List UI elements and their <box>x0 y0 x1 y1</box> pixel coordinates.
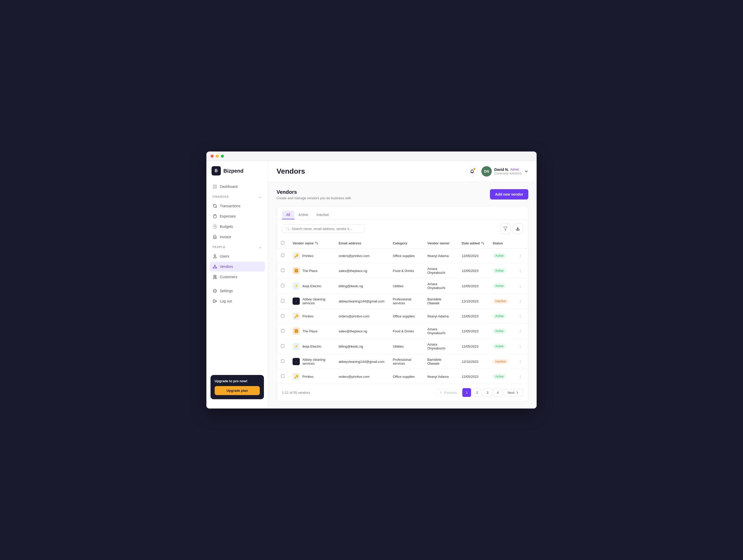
download-button[interactable] <box>513 223 523 234</box>
row-checkbox[interactable] <box>281 269 284 272</box>
maximize-dot[interactable] <box>221 155 224 158</box>
row-category: Food & Drinks <box>389 263 423 278</box>
svg-marker-7 <box>504 227 508 230</box>
upgrade-title: Upgrade to pro now! <box>215 379 260 383</box>
sidebar-item-logout[interactable]: Log out <box>210 296 265 306</box>
tab-bar: All Active Inactive <box>277 207 528 219</box>
sidebar-item-transactions[interactable]: Transactions <box>210 201 265 211</box>
row-more-button[interactable]: ⋮ <box>517 343 524 350</box>
sidebar-item-label: Expenses <box>220 214 235 218</box>
row-more-button[interactable]: ⋮ <box>517 298 524 305</box>
sidebar-item-invoice[interactable]: Invoice <box>210 232 265 242</box>
row-vendor-name: ● Abbey cleaning services <box>289 354 334 369</box>
row-email: orders@printivo.com <box>334 249 389 263</box>
upgrade-plan-button[interactable]: Upgrade plan <box>215 386 260 395</box>
status-badge: Inactive <box>493 299 509 304</box>
row-more-button[interactable]: ⋮ <box>517 312 524 320</box>
row-checkbox[interactable] <box>281 375 284 378</box>
search-box[interactable] <box>282 224 364 233</box>
row-date: 12/05/2023 <box>458 324 489 339</box>
row-more-button[interactable]: ⋮ <box>517 267 524 274</box>
row-checkbox[interactable] <box>281 284 284 287</box>
row-actions: ⋮ <box>513 354 528 369</box>
arrow-left-icon <box>439 391 443 394</box>
row-actions: ⋮ <box>513 263 528 278</box>
filter-button[interactable] <box>500 223 511 234</box>
row-actions: ⋮ <box>513 278 528 294</box>
user-menu[interactable]: DN David N. Admin Covercorp solutions <box>481 166 528 176</box>
row-date: 12/05/2023 <box>458 369 489 384</box>
content-title: Vendors <box>276 189 351 195</box>
row-checkbox[interactable] <box>281 344 284 348</box>
search-input[interactable] <box>292 227 361 231</box>
row-checkbox[interactable] <box>281 314 284 317</box>
table-header: Vendor name Email address Category Vendo… <box>277 238 528 249</box>
filter-icon <box>503 226 508 231</box>
vendor-name-text: Abbey cleaning services <box>302 358 330 365</box>
vendors-table: Vendor name Email address Category Vendo… <box>277 238 528 384</box>
page-2-button[interactable]: 2 <box>473 388 481 397</box>
row-actions: ⋮ <box>513 369 528 384</box>
upgrade-box: Upgrade to pro now! Upgrade plan <box>211 375 264 399</box>
row-checkbox-cell <box>277 249 289 263</box>
row-more-button[interactable]: ⋮ <box>517 358 524 365</box>
sidebar-item-expenses[interactable]: Expenses <box>210 211 265 221</box>
top-bar-right: DN David N. Admin Covercorp solutions <box>467 166 528 176</box>
header-email: Email address <box>334 238 389 249</box>
sidebar-item-users[interactable]: Users <box>210 251 265 261</box>
row-vendor-name: ⚡ Ikeja Electric <box>289 278 334 294</box>
next-button[interactable]: Next <box>504 389 523 396</box>
table-footer: 1-11 of 55 vendors Previous 1 2 3 4 N <box>277 384 528 401</box>
page-3-button[interactable]: 3 <box>483 388 492 397</box>
header-status: Status <box>489 238 513 249</box>
row-more-button[interactable]: ⋮ <box>517 328 524 335</box>
add-vendor-button[interactable]: Add new vendor <box>490 189 528 200</box>
header-checkbox-col <box>277 238 289 249</box>
content-header: Vendors Create and manage vendors you do… <box>276 189 528 200</box>
sidebar-item-vendors[interactable]: Vendors <box>210 262 265 271</box>
previous-button[interactable]: Previous <box>435 389 461 396</box>
close-dot[interactable] <box>211 155 214 158</box>
sidebar-item-dashboard[interactable]: Dashboard <box>210 182 265 191</box>
row-more-button[interactable]: ⋮ <box>517 373 524 380</box>
people-section-header: PEOPLE ⌄ <box>210 242 265 251</box>
status-badge: Active <box>493 253 507 258</box>
logo-icon: B <box>212 166 221 175</box>
sidebar-item-budgets[interactable]: Budgets <box>210 222 265 231</box>
content-subtitle: Create and manage vendors you do busines… <box>276 196 351 200</box>
sidebar-item-customers[interactable]: Customers <box>210 272 265 282</box>
user-icon <box>213 254 217 259</box>
row-more-button[interactable]: ⋮ <box>517 252 524 259</box>
row-vendor-name: ⚡ Ikeja Electric <box>289 339 334 354</box>
sidebar-item-label: Log out <box>220 299 232 303</box>
user-role: Admin <box>510 168 519 171</box>
row-category: Professional services <box>389 294 423 309</box>
row-checkbox[interactable] <box>281 299 284 302</box>
notification-button[interactable] <box>467 166 477 176</box>
logo-initial: B <box>215 169 218 173</box>
tab-inactive[interactable]: Inactive <box>312 211 333 219</box>
row-checkbox[interactable] <box>281 254 284 257</box>
row-email: abbeycleaning144@gmail.com <box>334 354 389 369</box>
row-more-button[interactable]: ⋮ <box>517 282 524 290</box>
row-checkbox-cell <box>277 263 289 278</box>
status-badge: Active <box>493 283 507 289</box>
page-1-button[interactable]: 1 <box>462 388 471 397</box>
table-body: 🔑 Printivo orders@printivo.com Office su… <box>277 249 528 384</box>
tab-all[interactable]: All <box>282 211 294 219</box>
row-checkbox[interactable] <box>281 359 284 363</box>
sidebar-item-settings[interactable]: Settings <box>210 286 265 296</box>
top-bar: Vendors DN David N. Admin Cover <box>268 161 537 182</box>
select-all-checkbox[interactable] <box>281 241 284 244</box>
grid-icon <box>213 184 217 189</box>
page-4-button[interactable]: 4 <box>493 388 502 397</box>
header-date: Date added <box>458 238 489 249</box>
row-checkbox[interactable] <box>281 329 284 332</box>
minimize-dot[interactable] <box>216 155 219 158</box>
row-vendor-name: 🔑 Printivo <box>289 249 334 263</box>
row-checkbox-cell <box>277 369 289 384</box>
tab-active[interactable]: Active <box>294 211 312 219</box>
logo-text: Bizpend <box>223 168 244 174</box>
row-date: 12/10/2023 <box>458 354 489 369</box>
row-vendor-name: ● Abbey cleaning services <box>289 294 334 309</box>
